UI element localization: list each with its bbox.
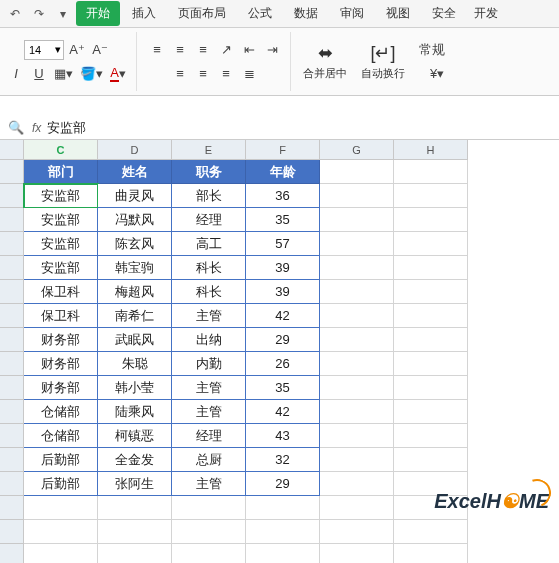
data-cell[interactable]: 财务部	[24, 352, 98, 376]
cell[interactable]	[320, 328, 394, 352]
data-cell[interactable]: 张阿生	[98, 472, 172, 496]
data-cell[interactable]: 保卫科	[24, 304, 98, 328]
merge-center-button[interactable]: ⬌ 合并居中	[301, 42, 349, 81]
data-cell[interactable]: 42	[246, 400, 320, 424]
cell[interactable]	[172, 520, 246, 544]
align-middle-button[interactable]: ≡	[170, 40, 190, 60]
col-header-d[interactable]: D	[98, 140, 172, 160]
col-header-g[interactable]: G	[320, 140, 394, 160]
row-header[interactable]	[0, 520, 24, 544]
data-cell[interactable]: 安监部	[24, 232, 98, 256]
header-title[interactable]: 职务	[172, 160, 246, 184]
cell[interactable]	[394, 544, 468, 563]
cell[interactable]	[320, 400, 394, 424]
row-header[interactable]	[0, 448, 24, 472]
cell[interactable]	[394, 232, 468, 256]
row-header[interactable]	[0, 400, 24, 424]
cell[interactable]	[320, 448, 394, 472]
cell[interactable]	[394, 472, 468, 496]
cell[interactable]	[320, 304, 394, 328]
data-cell[interactable]: 柯镇恶	[98, 424, 172, 448]
select-all-corner[interactable]	[0, 140, 24, 160]
align-bottom-button[interactable]: ≡	[193, 40, 213, 60]
data-cell[interactable]: 32	[246, 448, 320, 472]
tab-dev[interactable]: 开发	[468, 1, 504, 26]
cell[interactable]	[394, 520, 468, 544]
cell[interactable]	[320, 232, 394, 256]
header-dept[interactable]: 部门	[24, 160, 98, 184]
row-header[interactable]	[0, 280, 24, 304]
wrap-text-button[interactable]: [↵] 自动换行	[359, 42, 407, 81]
data-cell[interactable]: 出纳	[172, 328, 246, 352]
cell[interactable]	[394, 328, 468, 352]
indent-dec-button[interactable]: ⇤	[239, 40, 259, 60]
cell[interactable]	[320, 256, 394, 280]
fx-icon[interactable]: fx	[32, 121, 41, 135]
tab-view[interactable]: 视图	[376, 1, 420, 26]
cell[interactable]	[394, 352, 468, 376]
cell[interactable]	[24, 544, 98, 563]
data-cell[interactable]: 陈玄风	[98, 232, 172, 256]
cell[interactable]	[320, 376, 394, 400]
cell[interactable]	[394, 400, 468, 424]
data-cell[interactable]: 42	[246, 304, 320, 328]
data-cell[interactable]: 26	[246, 352, 320, 376]
tab-data[interactable]: 数据	[284, 1, 328, 26]
data-cell[interactable]: 科长	[172, 256, 246, 280]
cell[interactable]	[394, 496, 468, 520]
data-cell[interactable]: 39	[246, 256, 320, 280]
data-cell[interactable]: 冯默风	[98, 208, 172, 232]
fill-color-button[interactable]: 🪣▾	[78, 64, 105, 84]
data-cell[interactable]: 仓储部	[24, 424, 98, 448]
data-cell[interactable]: 总厨	[172, 448, 246, 472]
col-header-h[interactable]: H	[394, 140, 468, 160]
cell[interactable]	[98, 496, 172, 520]
tab-layout[interactable]: 页面布局	[168, 1, 236, 26]
cell[interactable]	[394, 256, 468, 280]
row-header[interactable]	[0, 352, 24, 376]
data-cell[interactable]: 南希仁	[98, 304, 172, 328]
data-cell[interactable]: 财务部	[24, 376, 98, 400]
cell[interactable]	[24, 496, 98, 520]
data-cell[interactable]: 主管	[172, 304, 246, 328]
cell[interactable]	[320, 496, 394, 520]
cell[interactable]	[172, 496, 246, 520]
undo-button[interactable]: ↶	[4, 3, 26, 25]
row-header[interactable]	[0, 376, 24, 400]
row-header[interactable]	[0, 232, 24, 256]
cell[interactable]	[246, 496, 320, 520]
col-header-c[interactable]: C	[24, 140, 98, 160]
data-cell[interactable]: 武眠风	[98, 328, 172, 352]
cell[interactable]	[394, 376, 468, 400]
data-cell[interactable]: 35	[246, 376, 320, 400]
data-cell[interactable]: 经理	[172, 424, 246, 448]
underline-button[interactable]: U	[29, 64, 49, 84]
data-cell[interactable]: 43	[246, 424, 320, 448]
row-header[interactable]	[0, 496, 24, 520]
tab-formula[interactable]: 公式	[238, 1, 282, 26]
data-cell[interactable]: 39	[246, 280, 320, 304]
cell[interactable]	[246, 520, 320, 544]
data-cell[interactable]: 曲灵风	[98, 184, 172, 208]
cell[interactable]	[320, 352, 394, 376]
tab-start[interactable]: 开始	[76, 1, 120, 26]
data-cell[interactable]: 57	[246, 232, 320, 256]
cell[interactable]	[24, 520, 98, 544]
align-center-button[interactable]: ≡	[193, 64, 213, 84]
cell[interactable]	[98, 520, 172, 544]
row-header[interactable]	[0, 328, 24, 352]
data-cell[interactable]: 财务部	[24, 328, 98, 352]
number-format-select[interactable]: 常规	[417, 40, 457, 60]
border-button[interactable]: ▦▾	[52, 64, 75, 84]
data-cell[interactable]: 主管	[172, 376, 246, 400]
row-header[interactable]	[0, 544, 24, 563]
italic-button[interactable]: I	[6, 64, 26, 84]
data-cell[interactable]: 主管	[172, 400, 246, 424]
cell[interactable]	[172, 544, 246, 563]
cell[interactable]	[394, 424, 468, 448]
data-cell[interactable]: 全金发	[98, 448, 172, 472]
cell[interactable]	[320, 424, 394, 448]
cell[interactable]	[320, 160, 394, 184]
qat-dropdown[interactable]: ▾	[52, 3, 74, 25]
data-cell[interactable]: 后勤部	[24, 472, 98, 496]
